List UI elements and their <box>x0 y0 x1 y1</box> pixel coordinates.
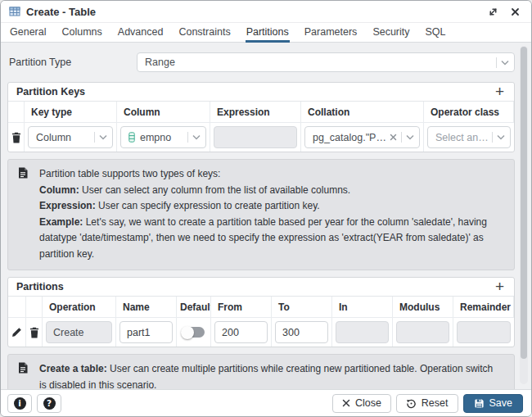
scrollbar-thumb[interactable] <box>521 47 527 359</box>
note-line: Partition table supports two types of ke… <box>39 166 503 183</box>
partition-remainder-input <box>457 321 511 343</box>
parts-header-delete <box>26 297 43 318</box>
reset-button-label: Reset <box>422 397 449 409</box>
delete-key-row-button[interactable] <box>9 129 23 146</box>
expand-icon <box>488 7 498 17</box>
close-x-icon <box>342 399 350 407</box>
partition-modulus-cell <box>393 318 453 347</box>
close-dialog-button[interactable] <box>507 3 523 20</box>
partition-remainder-cell <box>453 318 514 347</box>
key-operator-class-placeholder: Select an item... <box>435 132 489 143</box>
toggle-knob <box>181 326 194 339</box>
note-line: Column: User can select any column from … <box>39 183 503 199</box>
partition-keys-table: Key type Column Expression Collation Ope… <box>8 102 514 152</box>
save-button-label: Save <box>489 397 513 409</box>
parts-header-remainder: Remainder <box>453 297 514 318</box>
partition-to-cell <box>272 318 332 347</box>
partition-from-input[interactable] <box>214 321 268 343</box>
dialog-footer: i ? Close Reset <box>1 389 531 416</box>
dialog-title: Create - Table <box>26 6 96 18</box>
key-collation-value: pg_catalog."POSIX" <box>313 132 386 143</box>
close-button[interactable]: Close <box>332 394 391 413</box>
tab-constraints[interactable]: Constraints <box>178 23 231 43</box>
title-bar: Create - Table <box>1 1 531 23</box>
trash-icon <box>11 132 21 143</box>
partition-type-select[interactable]: Range <box>137 52 515 72</box>
default-toggle[interactable] <box>183 327 205 338</box>
key-operator-class-select[interactable]: Select an item... <box>427 126 511 148</box>
partition-from-cell <box>211 318 272 347</box>
partitions-note: Create a table: User can create multiple… <box>7 354 515 389</box>
key-type-value: Column <box>36 132 91 143</box>
info-icon: i <box>14 397 26 410</box>
key-operator-class-cell: Select an item... <box>424 123 514 152</box>
select-separator <box>94 132 95 143</box>
reset-icon <box>406 398 417 409</box>
chevron-down-icon <box>497 134 505 140</box>
expand-dialog-button[interactable] <box>485 3 501 20</box>
partition-type-row: Partition Type Range <box>9 52 515 72</box>
partitions-tab-content: Partition Type Range Partition Keys + Ke… <box>1 43 531 389</box>
note-line: Expression: User can specify expression … <box>39 198 503 215</box>
table-icon <box>9 6 20 17</box>
key-column-value: empno <box>140 132 184 143</box>
chevron-down-icon <box>501 60 509 66</box>
pencil-icon <box>11 327 22 338</box>
tab-general[interactable]: General <box>9 23 47 43</box>
key-column-cell: empno <box>117 123 210 152</box>
partition-default-cell <box>177 318 211 347</box>
vertical-scrollbar[interactable] <box>520 46 528 384</box>
tab-advanced[interactable]: Advanced <box>117 23 165 43</box>
tab-parameters[interactable]: Parameters <box>304 23 358 43</box>
partition-type-label: Partition Type <box>9 57 137 68</box>
partition-keys-title: Partition Keys <box>16 86 85 97</box>
key-expression-cell <box>210 123 301 152</box>
dialog-tabs: General Columns Advanced Constraints Par… <box>1 23 531 43</box>
reset-button[interactable]: Reset <box>396 394 458 413</box>
create-table-dialog: Create - Table General Columns Advanced … <box>0 0 532 417</box>
parts-header-operation: Operation <box>43 297 116 318</box>
add-partition-button[interactable]: + <box>494 280 506 293</box>
help-icon: ? <box>43 397 56 410</box>
partition-operation-cell <box>43 318 116 347</box>
parts-header-default: Default <box>177 297 211 318</box>
partition-operation-input <box>46 321 112 343</box>
dialog-help-button[interactable]: ? <box>37 394 61 413</box>
add-partition-key-button[interactable]: + <box>494 85 506 98</box>
tab-columns[interactable]: Columns <box>61 23 102 43</box>
note-icon <box>18 167 28 182</box>
keys-header-keytype: Key type <box>25 102 117 123</box>
parts-header-to: To <box>272 297 332 318</box>
delete-partition-row-button[interactable] <box>27 324 41 341</box>
tab-sql[interactable]: SQL <box>425 23 447 43</box>
parts-header-from: From <box>211 297 272 318</box>
close-button-label: Close <box>355 397 381 409</box>
parts-header-in: In <box>332 297 393 318</box>
clear-icon[interactable] <box>390 134 397 141</box>
save-button[interactable]: Save <box>463 394 524 413</box>
partition-type-value: Range <box>145 57 493 68</box>
partition-keys-header: Partition Keys + <box>8 83 514 102</box>
tab-security[interactable]: Security <box>372 23 410 43</box>
partition-to-input[interactable] <box>275 321 328 343</box>
partition-row-edit <box>8 318 26 347</box>
chevron-down-icon <box>406 134 414 140</box>
partition-name-input[interactable] <box>119 321 173 343</box>
chevron-down-icon <box>99 134 107 140</box>
select-separator <box>401 132 402 143</box>
edit-partition-row-button[interactable] <box>10 324 25 341</box>
chevron-down-icon <box>192 134 201 140</box>
key-collation-select[interactable]: pg_catalog."POSIX" <box>304 126 420 148</box>
select-separator <box>187 132 188 143</box>
tab-partitions[interactable]: Partitions <box>246 23 290 43</box>
key-type-select[interactable]: Column <box>28 126 113 148</box>
keys-header-operatorclass: Operator class <box>424 102 514 123</box>
sql-help-button[interactable]: i <box>7 394 32 413</box>
partition-modulus-input <box>396 321 449 343</box>
partition-in-cell <box>332 318 393 347</box>
key-column-select[interactable]: empno <box>120 126 206 148</box>
key-collation-cell: pg_catalog."POSIX" <box>301 123 424 152</box>
note-line: Create a table: User can create multiple… <box>39 361 503 389</box>
keys-header-column: Column <box>117 102 210 123</box>
note-line: Example: Let's say, we want to create a … <box>39 215 503 263</box>
